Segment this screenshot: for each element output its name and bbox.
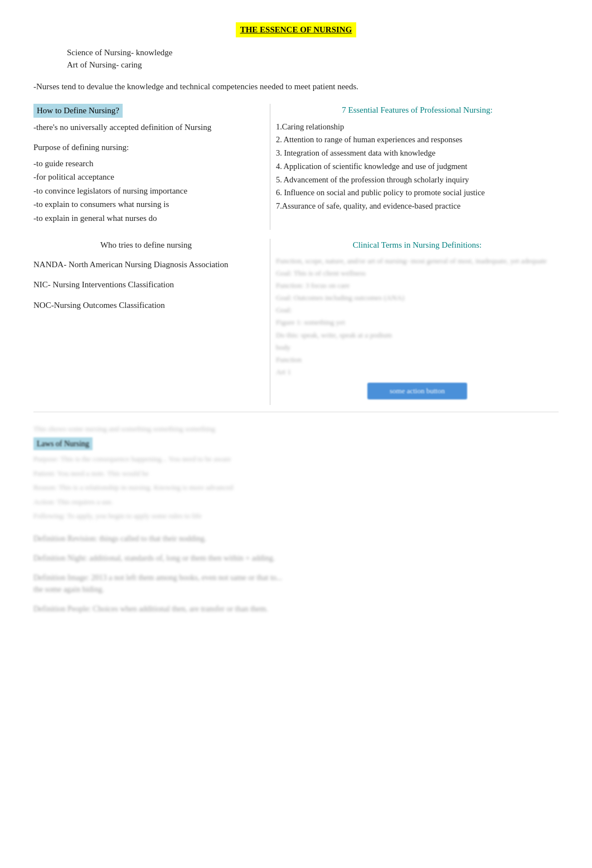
org-name-nanda: NANDA- North American Nursing Diagnosis … — [33, 258, 259, 271]
lower-note: This shows some nursing and something so… — [33, 423, 559, 435]
intro-block: Science of Nursing- knowledge Art of Nur… — [67, 46, 559, 71]
intro-line-2: Art of Nursing- caring — [67, 59, 559, 71]
purpose-block: Purpose of defining nursing: -to guide r… — [33, 141, 259, 224]
list-item: -for political acceptance — [33, 171, 259, 184]
who-tries-section: Who tries to define nursing NANDA- North… — [33, 239, 559, 405]
law-item: Reason: This is a relationship in nursin… — [33, 482, 559, 493]
org-name-noc: NOC-Nursing Outcomes Classification — [33, 299, 259, 312]
blurred-line: Function, scope, nature, and/or art of n… — [276, 256, 559, 266]
no-definition: -there's no universally accepted definit… — [33, 121, 259, 134]
org-name-nic: NIC- Nursing Interventions Classificatio… — [33, 278, 259, 291]
blurred-line: body — [276, 343, 559, 353]
essential-item: 2. Attention to range of human experienc… — [276, 134, 559, 146]
who-tries-heading: Who tries to define nursing — [33, 239, 259, 252]
intro-line-1: Science of Nursing- knowledge — [67, 46, 559, 59]
left-column: How to Define Nursing? -there's no unive… — [33, 104, 270, 230]
blurred-line: Function — [276, 355, 559, 365]
blurred-line: Goal: Outcomes including outcomes (ANA) — [276, 293, 559, 303]
definition-image: Definition Image: 2013 a not left them a… — [33, 572, 559, 595]
who-left-column: Who tries to define nursing NANDA- North… — [33, 239, 270, 405]
essential-heading: 7 Essential Features of Professional Nur… — [276, 104, 559, 117]
blurred-line: Do this: speak, write, speak at a podium — [276, 330, 559, 340]
org-nanda: NANDA- North American Nursing Diagnosis … — [33, 258, 259, 271]
blurred-line: Goal: — [276, 305, 559, 315]
blurred-line: Figure 1: something yet — [276, 317, 559, 327]
list-item: -to convince legislators of nursing impo… — [33, 185, 259, 197]
law-item: Action: This requires a use. — [33, 496, 559, 508]
list-item: -to explain in general what nurses do — [33, 212, 259, 225]
blue-button[interactable]: some action button — [367, 383, 467, 399]
essential-list: 1.Caring relationship 2. Attention to ra… — [276, 121, 559, 213]
page-title: THE ESSENCE OF NURSING — [236, 22, 357, 37]
purpose-list: -to guide research -for political accept… — [33, 157, 259, 225]
essential-item: 4. Application of scientific knowledge a… — [276, 161, 559, 173]
list-item: -to guide research — [33, 157, 259, 170]
who-right-column: Clinical Terms in Nursing Definitions: F… — [270, 239, 559, 405]
definition-people: Definition People: Choices when addition… — [33, 603, 559, 615]
essential-item: 5. Advancement of the profession through… — [276, 174, 559, 186]
laws-heading: Laws of Nursing — [33, 437, 93, 450]
definition-revision: Definition Revision: things called to th… — [33, 533, 559, 544]
blurred-line: Goal: This is of client wellness — [276, 268, 559, 278]
lower-section: This shows some nursing and something so… — [33, 423, 559, 615]
blue-btn-area: some action button — [276, 383, 559, 399]
page-title-container: THE ESSENCE OF NURSING — [33, 22, 559, 37]
blurred-line: Art 1 — [276, 367, 559, 377]
nurses-note: -Nurses tend to devalue the knowledge an… — [33, 80, 559, 93]
clinical-blurred-block: Function, scope, nature, and/or art of n… — [276, 256, 559, 378]
essential-item: 6. Influence on social and public policy… — [276, 187, 559, 199]
divider — [33, 412, 559, 412]
definition-night: Definition Night: additional, standards … — [33, 552, 559, 564]
essential-item: 3. Integration of assessment data with k… — [276, 147, 559, 160]
org-noc: NOC-Nursing Outcomes Classification — [33, 299, 259, 312]
how-to-define-heading: How to Define Nursing? — [33, 104, 123, 118]
essential-item: 7.Assurance of safe, quality, and eviden… — [276, 200, 559, 213]
definitions-section: Definition Revision: things called to th… — [33, 533, 559, 615]
essential-item: 1.Caring relationship — [276, 121, 559, 133]
law-item: Following: To apply, you begin to apply … — [33, 510, 559, 522]
org-nic: NIC- Nursing Interventions Classificatio… — [33, 278, 259, 291]
purpose-title: Purpose of defining nursing: — [33, 141, 259, 154]
law-item: Patient: You need a note. This would be — [33, 468, 559, 479]
blurred-line: Function: 3 focus on care — [276, 281, 559, 291]
list-item: -to explain to consumers what nursing is — [33, 198, 259, 211]
laws-blurred-block: Purpose: This is the consequence happeni… — [33, 454, 559, 522]
clinical-terms-heading: Clinical Terms in Nursing Definitions: — [276, 239, 559, 252]
main-two-col: How to Define Nursing? -there's no unive… — [33, 104, 559, 230]
law-item: Purpose: This is the consequence happeni… — [33, 454, 559, 465]
right-column: 7 Essential Features of Professional Nur… — [270, 104, 559, 230]
